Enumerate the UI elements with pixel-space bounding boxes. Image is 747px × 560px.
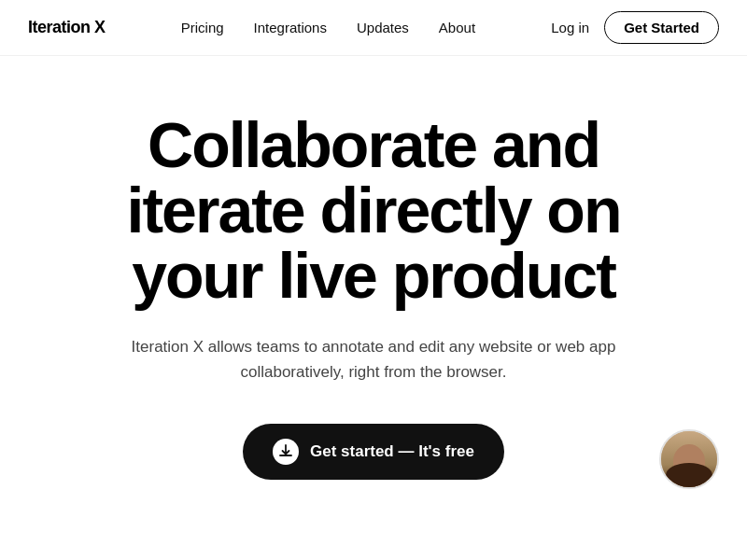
navbar: Iteration X Pricing Integrations Updates… bbox=[0, 0, 747, 56]
logo[interactable]: Iteration X bbox=[28, 18, 106, 37]
avatar bbox=[659, 429, 719, 489]
nav-link-updates[interactable]: Updates bbox=[357, 20, 409, 35]
get-started-nav-button[interactable]: Get Started bbox=[604, 11, 719, 44]
nav-link-integrations[interactable]: Integrations bbox=[254, 20, 327, 35]
download-icon bbox=[273, 439, 299, 465]
hero-cta-label: Get started — It's free bbox=[310, 442, 474, 461]
nav-actions: Log in Get Started bbox=[551, 11, 719, 44]
logo-text: Iteration X bbox=[28, 18, 106, 37]
login-button[interactable]: Log in bbox=[551, 20, 589, 35]
nav-item-about[interactable]: About bbox=[439, 20, 475, 36]
nav-item-pricing[interactable]: Pricing bbox=[181, 20, 224, 36]
hero-subtext: Iteration X allows teams to annotate and… bbox=[121, 334, 626, 385]
hero-cta-button[interactable]: Get started — It's free bbox=[243, 424, 504, 480]
hero-section: Collaborate and iterate directly on your… bbox=[0, 56, 747, 517]
avatar-image bbox=[661, 431, 717, 487]
nav-link-pricing[interactable]: Pricing bbox=[181, 20, 224, 35]
nav-item-updates[interactable]: Updates bbox=[357, 20, 409, 36]
nav-links: Pricing Integrations Updates About bbox=[181, 20, 475, 36]
hero-headline: Collaborate and iterate directly on your… bbox=[56, 112, 691, 308]
nav-item-integrations[interactable]: Integrations bbox=[254, 20, 327, 36]
nav-link-about[interactable]: About bbox=[439, 20, 475, 35]
